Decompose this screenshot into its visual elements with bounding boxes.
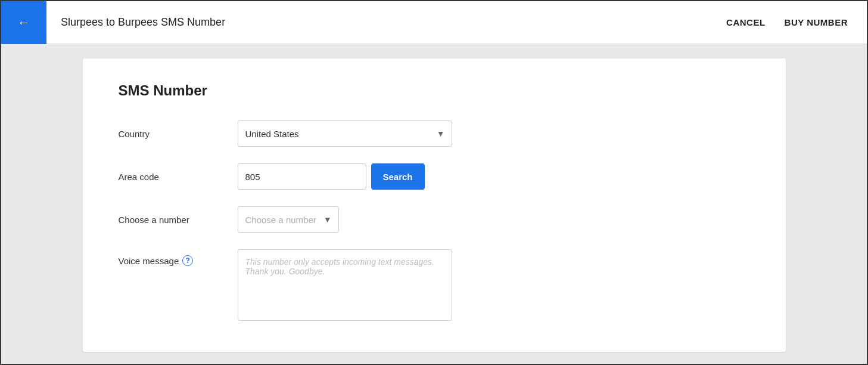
choose-number-select-wrapper: Choose a number ▼ xyxy=(238,206,339,233)
section-title: SMS Number xyxy=(119,82,750,99)
area-code-group: Search xyxy=(238,163,425,190)
country-select[interactable]: United States Canada United Kingdom Aust… xyxy=(238,120,452,147)
country-label: Country xyxy=(119,129,238,139)
country-row: Country United States Canada United King… xyxy=(119,120,750,147)
search-button[interactable]: Search xyxy=(371,163,425,190)
back-button[interactable]: ← xyxy=(1,1,46,44)
form-card: SMS Number Country United States Canada … xyxy=(83,58,786,352)
area-code-row: Area code Search xyxy=(119,163,750,190)
help-icon[interactable]: ? xyxy=(182,255,193,266)
choose-number-select[interactable]: Choose a number xyxy=(238,206,339,233)
area-code-input[interactable] xyxy=(238,163,366,190)
page-title: Slurpees to Burpees SMS Number xyxy=(61,16,726,29)
voice-message-row: Voice message ? xyxy=(119,249,750,321)
voice-label-text: Voice message xyxy=(119,256,179,266)
main-content: SMS Number Country United States Canada … xyxy=(1,44,867,365)
back-arrow-icon: ← xyxy=(17,15,30,30)
cancel-button[interactable]: CANCEL xyxy=(726,17,766,27)
voice-label-group: Voice message ? xyxy=(119,249,238,266)
choose-number-row: Choose a number Choose a number ▼ xyxy=(119,206,750,233)
header-actions: CANCEL BUY NUMBER xyxy=(726,17,848,27)
area-code-label: Area code xyxy=(119,172,238,182)
buy-number-button[interactable]: BUY NUMBER xyxy=(785,17,848,27)
header: ← Slurpees to Burpees SMS Number CANCEL … xyxy=(1,1,867,44)
country-select-wrapper: United States Canada United Kingdom Aust… xyxy=(238,120,452,147)
choose-number-label: Choose a number xyxy=(119,215,238,225)
voice-message-textarea[interactable] xyxy=(238,249,452,321)
